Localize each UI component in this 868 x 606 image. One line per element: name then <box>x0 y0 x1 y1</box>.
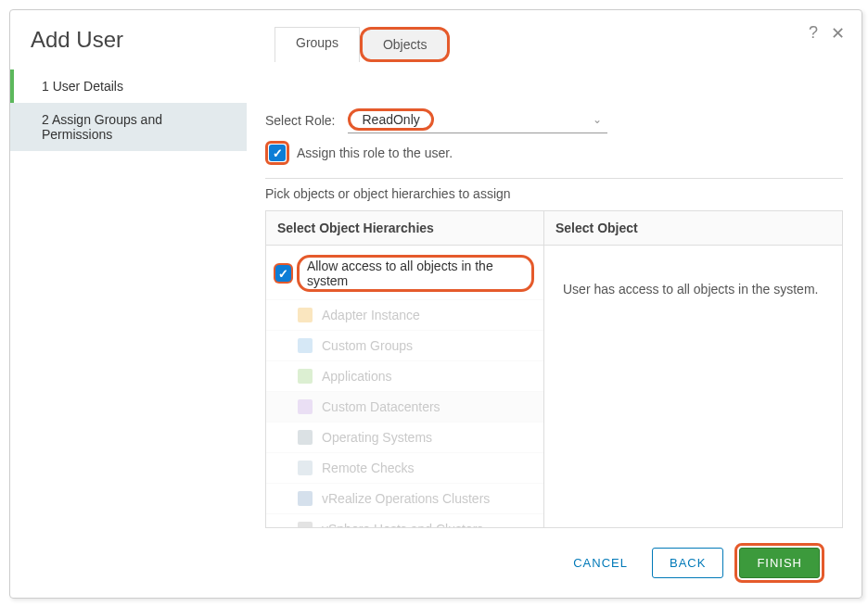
tab-groups[interactable]: Groups <box>274 27 360 62</box>
folder-icon <box>298 399 313 414</box>
tree-item-label: Adapter Instance <box>322 308 420 322</box>
finish-button[interactable]: FINISH <box>739 548 820 578</box>
tree-item-label: Remote Checks <box>322 461 415 475</box>
main-panel: ? ✕ Groups Objects Select Role: ReadOnly… <box>247 10 862 598</box>
dialog-title: Add User <box>10 27 247 69</box>
tree-item[interactable]: Custom Groups <box>266 330 543 360</box>
cancel-button[interactable]: CANCEL <box>560 549 641 577</box>
hierarchies-header: Select Object Hierarchies <box>266 211 543 246</box>
tree-item[interactable]: Operating Systems <box>266 422 543 452</box>
dialog-footer: CANCEL BACK FINISH <box>265 528 843 598</box>
tree-item[interactable]: Custom Datacenters <box>266 391 543 422</box>
assign-role-label: Assign this role to the user. <box>297 145 453 160</box>
hierarchy-tree: Adapter InstanceCustom GroupsApplication… <box>266 299 543 527</box>
tree-item[interactable]: Adapter Instance <box>266 299 543 330</box>
assign-role-checkbox[interactable]: ✓ <box>269 145 286 161</box>
allow-all-row: ✓ Allow access to all objects in the sys… <box>266 246 543 299</box>
folder-icon <box>298 430 313 445</box>
folder-icon <box>298 491 313 506</box>
tree-item-label: vSphere Hosts and Clusters <box>322 522 483 527</box>
select-object-header: Select Object <box>544 211 842 246</box>
tree-item[interactable]: Remote Checks <box>266 452 543 483</box>
finish-highlight: FINISH <box>734 543 824 583</box>
role-value: ReadOnly <box>348 108 433 131</box>
pick-objects-label: Pick objects or object hierarchies to as… <box>265 178 843 210</box>
tab-bar: Groups Objects <box>274 27 843 62</box>
tree-item-label: vRealize Operations Clusters <box>322 491 490 506</box>
tab-objects[interactable]: Objects <box>360 27 450 62</box>
assign-checkbox-highlight: ✓ <box>265 141 289 165</box>
assign-role-row: ✓ Assign this role to the user. <box>265 141 843 165</box>
step-assign-groups-permissions[interactable]: 2 Assign Groups and Permissions <box>10 103 247 151</box>
tree-item-label: Custom Datacenters <box>322 399 440 414</box>
select-object-column: Select Object User has access to all obj… <box>544 211 842 527</box>
allow-all-label: Allow access to all objects in the syste… <box>297 255 534 292</box>
tree-item-label: Operating Systems <box>322 430 432 445</box>
select-role-label: Select Role: <box>265 113 335 128</box>
select-object-message: User has access to all objects in the sy… <box>544 246 842 299</box>
role-dropdown[interactable]: ReadOnly ⌄ <box>348 107 607 133</box>
dialog-body: Add User 1 User Details 2 Assign Groups … <box>10 10 862 598</box>
folder-icon <box>298 461 313 475</box>
objects-form: Select Role: ReadOnly ⌄ ✓ Assign this ro… <box>265 62 843 598</box>
folder-icon <box>298 338 313 353</box>
step-user-details[interactable]: 1 User Details <box>10 69 247 103</box>
dialog-controls: ? ✕ <box>809 23 845 44</box>
tree-item[interactable]: vSphere Hosts and Clusters <box>266 513 543 527</box>
chevron-down-icon: ⌄ <box>593 113 602 126</box>
folder-icon <box>298 308 313 322</box>
hierarchy-container: Select Object Hierarchies ✓ Allow access… <box>265 210 843 528</box>
close-icon[interactable]: ✕ <box>831 23 845 44</box>
allow-all-checkbox[interactable]: ✓ <box>275 265 291 282</box>
add-user-dialog: Add User 1 User Details 2 Assign Groups … <box>9 9 862 599</box>
tree-item[interactable]: Applications <box>266 360 543 391</box>
tree-item[interactable]: vRealize Operations Clusters <box>266 483 543 513</box>
select-role-row: Select Role: ReadOnly ⌄ <box>265 107 843 133</box>
back-button[interactable]: BACK <box>652 548 723 578</box>
hierarchies-column: Select Object Hierarchies ✓ Allow access… <box>266 211 544 527</box>
tree-item-label: Custom Groups <box>322 338 413 353</box>
wizard-sidebar: Add User 1 User Details 2 Assign Groups … <box>10 10 247 598</box>
wizard-steps: 1 User Details 2 Assign Groups and Permi… <box>10 69 247 151</box>
help-icon[interactable]: ? <box>809 23 818 44</box>
tree-item-label: Applications <box>322 369 392 384</box>
folder-icon <box>298 522 313 527</box>
folder-icon <box>298 369 313 384</box>
